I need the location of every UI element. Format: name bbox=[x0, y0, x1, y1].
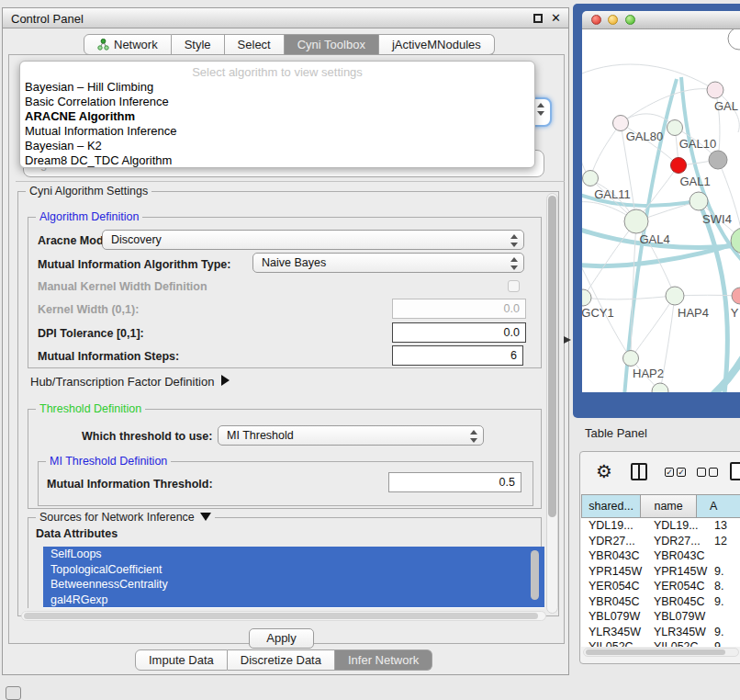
column-header-name[interactable]: name bbox=[641, 494, 697, 518]
network-node[interactable] bbox=[709, 151, 727, 169]
mi-algorithm-type-combo[interactable]: Naive Bayes bbox=[252, 253, 524, 273]
algorithm-option[interactable]: Mutual Information Inference bbox=[20, 124, 534, 139]
cell-shared-name: YBR043C bbox=[581, 548, 648, 564]
network-window-titlebar[interactable] bbox=[582, 11, 740, 29]
table-row[interactable]: YBL079W YBL079W bbox=[581, 609, 740, 625]
network-node-gal[interactable] bbox=[707, 82, 723, 98]
scrollbar-thumb[interactable] bbox=[548, 196, 556, 517]
apply-button[interactable]: Apply bbox=[249, 628, 314, 649]
tab-infer-network[interactable]: Infer Network bbox=[335, 649, 432, 671]
tab-cyni-toolbox[interactable]: Cyni Toolbox bbox=[285, 34, 379, 55]
attribute-list-item[interactable]: SelfLoops bbox=[43, 547, 544, 562]
manual-kernel-checkbox[interactable] bbox=[508, 280, 520, 292]
table-toolbar: ⚙ ✓✓ bbox=[580, 452, 740, 493]
settings-horizontal-scrollbar[interactable] bbox=[21, 611, 546, 621]
table-row[interactable]: YBR045C YBR045C 9. bbox=[581, 594, 740, 610]
minimize-traffic-light-icon[interactable] bbox=[608, 15, 618, 25]
which-threshold-combo[interactable]: MI Threshold bbox=[218, 425, 484, 446]
cell-shared-name: YDL19... bbox=[581, 518, 648, 534]
column-header-third[interactable]: A bbox=[697, 494, 740, 518]
cell-name: YBL079W bbox=[648, 609, 711, 625]
table-panel-title: Table Panel bbox=[585, 426, 647, 440]
network-node-gal10[interactable] bbox=[667, 120, 683, 136]
algorithm-option[interactable]: Dream8 DC_TDC Algorithm bbox=[20, 153, 534, 168]
scrollbar-thumb[interactable] bbox=[586, 649, 725, 655]
select-all-columns-icon[interactable]: ✓✓ bbox=[665, 468, 686, 477]
network-node-label: GAL4 bbox=[639, 232, 669, 246]
cell-value: 8. bbox=[711, 579, 740, 594]
attributes-list-scrollbar[interactable] bbox=[530, 549, 540, 604]
network-node-swi4[interactable] bbox=[690, 192, 708, 210]
new-table-icon[interactable] bbox=[730, 462, 740, 480]
network-node-label: GAL80 bbox=[626, 130, 663, 143]
algorithm-option[interactable]: ARACNE Algorithm bbox=[20, 109, 534, 124]
float-window-icon[interactable] bbox=[533, 14, 543, 23]
tab-style[interactable]: Style bbox=[172, 34, 225, 55]
attribute-list-item[interactable]: TopologicalCoefficient bbox=[43, 562, 544, 578]
aracne-mode-value: Discovery bbox=[103, 233, 523, 246]
table-row[interactable]: YDR27... YDR27... 12 bbox=[581, 534, 740, 549]
cell-value: 9 bbox=[711, 639, 740, 647]
zoom-traffic-light-icon[interactable] bbox=[625, 15, 635, 25]
column-layout-icon[interactable] bbox=[631, 463, 647, 480]
data-attributes-list[interactable]: SelfLoops TopologicalCoefficient Between… bbox=[43, 547, 544, 608]
network-node-y[interactable] bbox=[732, 288, 740, 304]
collapsed-arrow-icon[interactable] bbox=[221, 375, 230, 386]
network-node-hap4[interactable] bbox=[666, 287, 684, 305]
algorithm-dropdown-popup: Select algorithm to view settings Bayesi… bbox=[19, 61, 535, 168]
kernel-width-field[interactable] bbox=[392, 299, 526, 319]
settings-vertical-scrollbar[interactable] bbox=[546, 193, 558, 614]
hub-definition-expander[interactable]: Hub/Transcription Factor Definition bbox=[30, 375, 230, 389]
close-traffic-light-icon[interactable] bbox=[591, 15, 601, 25]
control-panel-titlebar[interactable]: Control Panel ✕ bbox=[3, 8, 568, 28]
table-row[interactable]: YBR043C YBR043C bbox=[581, 548, 740, 564]
table-row[interactable]: YIL052C YIL052C 9 bbox=[581, 639, 740, 647]
network-node-hap2[interactable] bbox=[623, 351, 639, 367]
network-node-label: GAL1 bbox=[679, 175, 710, 188]
network-node-label: SWI4 bbox=[702, 212, 732, 226]
hub-definition-label: Hub/Transcription Factor Definition bbox=[30, 375, 214, 389]
table-horizontal-scrollbar[interactable] bbox=[583, 648, 739, 657]
algorithm-option[interactable]: Bayesian – Hill Climbing bbox=[20, 80, 534, 95]
attribute-list-item[interactable]: gal4RGexp bbox=[43, 593, 544, 608]
scrollbar-thumb[interactable] bbox=[24, 613, 538, 619]
tab-select[interactable]: Select bbox=[225, 34, 285, 55]
network-node-gal4[interactable] bbox=[624, 209, 648, 233]
expanded-arrow-icon[interactable] bbox=[200, 513, 211, 521]
attribute-list-item[interactable]: BetweennessCentrality bbox=[43, 577, 544, 593]
gear-icon[interactable]: ⚙ bbox=[596, 460, 612, 482]
dpi-tolerance-field[interactable] bbox=[392, 322, 526, 343]
control-panel-title: Control Panel bbox=[11, 12, 84, 26]
network-node[interactable] bbox=[728, 29, 740, 50]
close-icon[interactable]: ✕ bbox=[551, 11, 561, 25]
tab-jactivemnodules[interactable]: jActiveMNodules bbox=[379, 34, 495, 55]
which-threshold-label: Which threshold to use: bbox=[82, 430, 212, 443]
network-node-label: GAL bbox=[714, 99, 738, 113]
tab-discretize-data[interactable]: Discretize Data bbox=[228, 649, 335, 671]
network-node-gcy1[interactable] bbox=[582, 289, 591, 306]
cyni-algorithm-settings-legend: Cyni Algorithm Settings bbox=[26, 185, 151, 198]
panel-toggle-button[interactable] bbox=[6, 686, 21, 700]
cell-name: YIL052C bbox=[648, 639, 711, 647]
mi-steps-field[interactable] bbox=[392, 345, 523, 366]
table-row[interactable]: YDL19... YDL19... 13 bbox=[581, 518, 740, 534]
tab-impute-data[interactable]: Impute Data bbox=[135, 649, 228, 671]
table-row[interactable]: YPR145W YPR145W 9. bbox=[581, 564, 740, 580]
column-header-shared-name[interactable]: shared... bbox=[581, 494, 641, 518]
table-row[interactable]: YLR345W YLR345W 9. bbox=[581, 625, 740, 640]
network-node-gal1[interactable] bbox=[671, 158, 687, 174]
algorithm-option[interactable]: Basic Correlation Inference bbox=[20, 95, 534, 109]
mi-threshold-field[interactable] bbox=[388, 472, 521, 492]
deselect-all-columns-icon[interactable] bbox=[697, 468, 718, 477]
scrollbar-thumb[interactable] bbox=[531, 550, 539, 600]
threshold-definition-legend: Threshold Definition bbox=[36, 402, 145, 415]
network-canvas[interactable]: GALGAL80GAL10GAL1GAL11SWI4GAL4GCY1HAP4YH… bbox=[582, 29, 740, 392]
network-node-label: HAP2 bbox=[633, 367, 664, 380]
aracne-mode-combo[interactable]: Discovery bbox=[102, 230, 524, 250]
tab-network[interactable]: Network bbox=[84, 34, 172, 55]
table-row[interactable]: YER054C YER054C 8. bbox=[581, 579, 740, 594]
network-node-gal80[interactable] bbox=[613, 116, 629, 131]
algorithm-option[interactable]: Bayesian – K2 bbox=[20, 139, 534, 153]
table-panel: ⚙ ✓✓ shared... name A YDL19... YDL19... … bbox=[579, 451, 740, 664]
network-node-gal11[interactable] bbox=[583, 171, 599, 186]
